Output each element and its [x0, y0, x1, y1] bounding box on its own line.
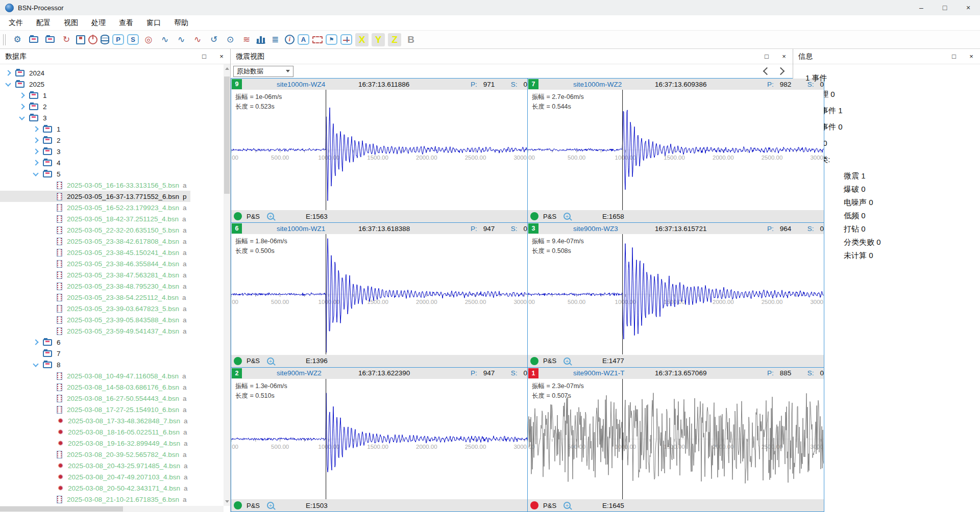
expand-arrow-icon[interactable] [33, 126, 38, 132]
tree-vertical-scrollbar[interactable] [224, 64, 230, 506]
info-maximize-button[interactable]: □ [945, 49, 963, 64]
save-icon[interactable] [76, 35, 85, 44]
expand-arrow-icon[interactable] [19, 104, 24, 109]
ps-toggle-label[interactable]: P&S [543, 502, 556, 509]
waveform-plot[interactable]: 振幅 = 1.3e-06m/s长度 = 0.510s00500.001000.0… [231, 379, 527, 499]
new-folder-icon[interactable] [27, 33, 40, 46]
tree-folder-2[interactable]: 2 [0, 101, 51, 112]
menu-item-5[interactable]: 窗口 [140, 15, 167, 30]
channel-site-name[interactable]: site1000m-WZ4 [277, 81, 353, 88]
zoom-in-icon[interactable]: + [267, 213, 274, 220]
x-axis-button[interactable]: X [355, 33, 369, 46]
tree-file-item[interactable]: 2025-03-05_23-38-46.355844_4.bsna [0, 258, 190, 269]
zoom-in-icon[interactable]: + [267, 502, 274, 509]
collapse-arrow-icon[interactable] [5, 81, 11, 86]
maximize-button[interactable]: □ [933, 0, 957, 15]
tree-file-item[interactable]: 2025-03-08_16-27-50.554443_4.bsna [0, 393, 190, 404]
tree-file-item[interactable]: 2025-03-05_18-42-37.251125_4.bsna [0, 213, 190, 224]
channel-site-name[interactable]: site1000m-WZ1 [277, 225, 353, 233]
ps-toggle-label[interactable]: P&S [247, 502, 260, 509]
tree-file-item[interactable]: ✹2025-03-08_19-16-32.899449_4.bsna [0, 438, 191, 449]
zoom-in-icon[interactable]: + [564, 213, 571, 220]
s-pick-button[interactable]: S [127, 34, 139, 45]
waveform-filter-icon[interactable]: ∿ [191, 33, 204, 46]
select-rect-icon[interactable] [312, 36, 323, 43]
channel-site-name[interactable]: site900m-WZ3 [573, 225, 650, 233]
tree-folder-6[interactable]: 6 [0, 337, 65, 348]
info-icon[interactable]: i [285, 35, 295, 44]
flag-icon[interactable]: ⚑ [326, 34, 337, 45]
tree-file-item[interactable]: 2025-03-05_16-37-13.771552_6.bsnp [0, 191, 190, 202]
refresh-icon[interactable]: ↻ [60, 33, 73, 46]
tree-file-item[interactable]: 2025-03-05_23-39-05.843588_4.bsna [0, 314, 190, 325]
tree-file-item[interactable]: 2025-03-08_10-49-47.116058_4.bsna [0, 370, 190, 381]
close-button[interactable]: × [957, 0, 980, 15]
menu-item-6[interactable]: 帮助 [167, 15, 195, 30]
minimize-button[interactable]: – [910, 0, 933, 15]
tree-file-item[interactable]: 2025-03-08_17-27-25.154910_6.bsna [0, 404, 190, 415]
tree-file-item[interactable]: 2025-03-05_16-52-23.179923_4.bsna [0, 202, 190, 213]
tree-file-item[interactable]: 2025-03-05_23-38-48.795230_4.bsna [0, 280, 190, 292]
collapse-arrow-icon[interactable] [33, 361, 38, 367]
tree-file-item[interactable]: 2025-03-05_23-38-45.150241_4.bsna [0, 247, 190, 258]
next-event-button[interactable] [777, 67, 785, 75]
tree-file-item[interactable]: 2025-03-05_23-59-49.541437_4.bsna [0, 325, 190, 337]
expand-arrow-icon[interactable] [33, 148, 38, 154]
location-icon[interactable]: ◎ [142, 33, 155, 46]
database-icon[interactable] [101, 35, 109, 44]
zoom-in-icon[interactable]: + [267, 357, 274, 365]
expand-arrow-icon[interactable] [33, 137, 38, 143]
scrollbar-thumb[interactable] [0, 506, 123, 511]
zoom-in-icon[interactable]: + [564, 502, 571, 509]
tree-file-item[interactable]: 2025-03-05_16-16-33.313156_5.bsna [0, 180, 190, 191]
open-folder-icon[interactable] [43, 33, 57, 46]
tree-file-item[interactable]: 2025-03-05_23-39-03.647823_5.bsna [0, 303, 190, 314]
collapse-arrow-icon[interactable] [19, 114, 24, 120]
tree-file-item[interactable]: ✹2025-03-08_17-33-48.362848_7.bsna [0, 415, 191, 426]
waveform-plot[interactable]: 振幅 = 2.7e-06m/s长度 = 0.544s00500.001000.0… [528, 90, 824, 210]
b-button[interactable]: B [404, 33, 418, 46]
channel-site-name[interactable]: site900m-WZ2 [277, 369, 353, 377]
tree-file-item[interactable]: 2025-03-08_14-58-03.686176_6.bsna [0, 381, 190, 393]
waveform-rotate-icon[interactable]: ↺ [207, 33, 220, 46]
waveform-maximize-button[interactable]: □ [758, 49, 775, 64]
tree-folder-8[interactable]: 8 [0, 359, 65, 370]
menu-item-2[interactable]: 视图 [57, 15, 85, 30]
spectrum-icon[interactable]: ⊙ [224, 33, 237, 46]
tree-folder-1[interactable]: 1 [0, 90, 51, 101]
waveform-icon[interactable]: ∿ [158, 33, 172, 46]
expand-arrow-icon[interactable] [19, 92, 24, 98]
tree-folder-4[interactable]: 4 [0, 157, 65, 168]
tree-file-item[interactable]: ✹2025-03-08_20-50-42.343171_4.bsna [0, 482, 191, 494]
tree-folder-2025[interactable]: 2025 [0, 79, 48, 90]
crosshair-icon[interactable] [340, 34, 352, 45]
y-axis-button[interactable]: Y [372, 33, 385, 46]
tree-folder-5[interactable]: 5 [0, 168, 65, 180]
data-type-dropdown[interactable]: 原始数据 [233, 66, 293, 77]
waveform-plot[interactable]: 振幅 = 1e-06m/s长度 = 0.523s00500.001000.001… [231, 90, 527, 210]
scroll-down-icon[interactable] [225, 500, 229, 503]
tree-folder-3[interactable]: 3 [0, 146, 65, 157]
toolbar-grip[interactable] [3, 34, 6, 45]
tree-file-item[interactable]: 2025-03-08_20-39-52.565782_4.bsna [0, 449, 190, 460]
scroll-up-icon[interactable] [225, 67, 229, 70]
menu-item-0[interactable]: 文件 [2, 15, 30, 30]
channel-site-name[interactable]: site900m-WZ1-T [573, 369, 650, 377]
tree-folder-7[interactable]: 7 [0, 348, 65, 359]
tree-folder-2024[interactable]: 2024 [0, 67, 48, 79]
ps-toggle-label[interactable]: P&S [543, 357, 556, 365]
expand-arrow-icon[interactable] [33, 160, 38, 165]
tree-file-item[interactable]: 2025-03-05_23-38-42.617808_4.bsna [0, 236, 190, 247]
waveform-close-button[interactable]: × [775, 49, 793, 64]
previous-event-button[interactable] [763, 67, 771, 75]
database-maximize-button[interactable]: □ [195, 49, 213, 64]
tree-file-item[interactable]: ✹2025-03-08_18-16-05.022511_6.bsna [0, 426, 191, 438]
tree-file-item[interactable]: 2025-03-05_22-32-20.635150_5.bsna [0, 224, 190, 236]
waveform-pick-icon[interactable]: ∿ [175, 33, 188, 46]
database-close-button[interactable]: × [213, 49, 230, 64]
ps-toggle-label[interactable]: P&S [247, 357, 260, 365]
tree-folder-2[interactable]: 2 [0, 135, 65, 146]
collapse-arrow-icon[interactable] [33, 170, 38, 176]
zoom-in-icon[interactable]: + [564, 357, 571, 365]
power-icon[interactable] [88, 35, 97, 44]
